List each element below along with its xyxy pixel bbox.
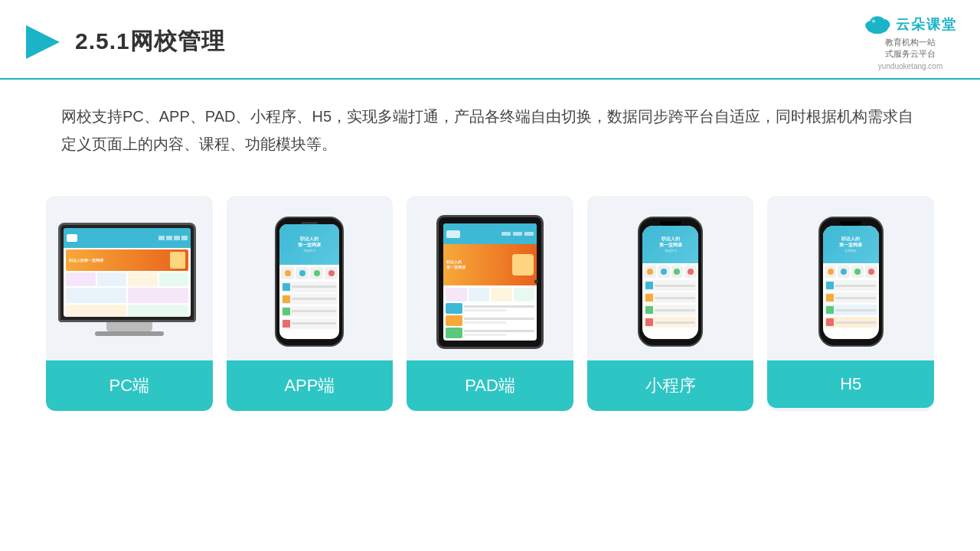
card-h5: 职达人的第一堂网课 立即报名 [767,196,934,411]
phone-notch-screen-h5: 职达人的第一堂网课 立即报名 [823,226,879,339]
phone-notch-mockup-h5: 职达人的第一堂网课 立即报名 [818,217,884,347]
card-label-miniprogram: 小程序 [587,360,754,411]
card-image-miniprogram: 职达人的第一堂网课 开始学习 [587,196,754,360]
description-text: 网校支持PC、APP、PAD、小程序、H5，实现多端打通，产品各终端自由切换，数… [0,80,980,165]
logo-area: 云朵课堂 教育机构一站 式服务云平台 yunduoketang.com [864,14,957,70]
phone-screen-app: 职达人的第一堂网课 开始学习 [279,224,339,339]
logo-tagline: 教育机构一站 式服务云平台 [885,37,936,60]
svg-marker-0 [26,25,60,59]
header-left: 2.5.1网校管理 [23,22,225,62]
logo-cloud: 云朵课堂 [864,14,957,35]
phone-mockup-app: 职达人的第一堂网课 开始学习 [275,217,344,347]
logo-text: 云朵课堂 [896,15,957,34]
card-label-h5: H5 [767,360,934,408]
card-pad: 职达人的第一堂网课 [407,196,573,411]
phone-notch-mockup-miniprogram: 职达人的第一堂网课 开始学习 [638,217,703,347]
card-app: 职达人的第一堂网课 开始学习 [227,196,394,411]
card-image-pc: 职达人的第一堂网课 [46,196,213,360]
card-miniprogram: 职达人的第一堂网课 开始学习 [587,196,754,411]
card-label-pad: PAD端 [407,360,573,411]
page-title: 2.5.1网校管理 [75,26,225,57]
header: 2.5.1网校管理 云朵课堂 教育机构一站 式服务云平台 yunduoketan… [0,0,980,80]
cloud-icon [864,14,891,35]
svg-point-4 [870,16,885,28]
play-icon [23,22,63,62]
phone-notch-screen-miniprogram: 职达人的第一堂网课 开始学习 [642,226,698,339]
cards-container: 职达人的第一堂网课 [0,173,980,434]
card-image-pad: 职达人的第一堂网课 [407,196,573,360]
tablet-screen: 职达人的第一堂网课 [443,223,537,341]
card-image-app: 职达人的第一堂网课 开始学习 [227,196,394,360]
svg-point-5 [872,20,875,23]
card-pc: 职达人的第一堂网课 [46,196,213,411]
card-label-app: APP端 [227,360,394,411]
card-label-pc: PC端 [46,360,213,411]
card-image-h5: 职达人的第一堂网课 立即报名 [767,196,934,360]
logo-url: yunduoketang.com [878,62,943,70]
tablet-mockup: 职达人的第一堂网课 [436,215,544,349]
pc-monitor: 职达人的第一堂网课 [58,223,200,341]
